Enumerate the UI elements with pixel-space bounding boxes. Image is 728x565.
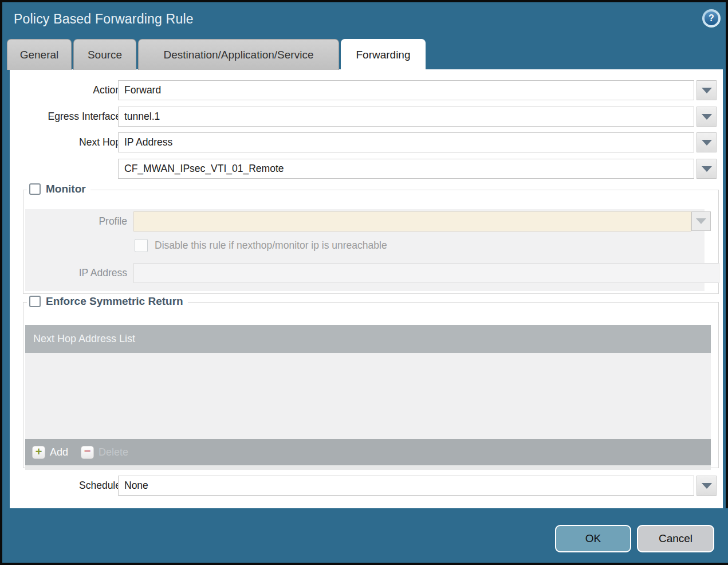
egress-interface-dropdown-button[interactable] [696,107,717,127]
dialog-footer: OK Cancel [5,508,728,563]
delete-button-label: Delete [99,446,128,458]
disable-rule-label: Disable this rule if nexthop/monitor ip … [155,239,387,252]
chevron-down-icon [702,114,712,120]
question-mark-glyph: ? [705,11,718,25]
dialog-title: Policy Based Forwarding Rule [14,11,194,27]
action-select[interactable] [118,80,694,100]
next-hop-address-dropdown-button[interactable] [696,159,717,179]
profile-dropdown-button [691,211,711,231]
action-label: Action [10,80,121,100]
pbf-rule-dialog: Policy Based Forwarding Rule ? General S… [0,0,728,565]
enforce-symmetric-return-section: Enforce Symmetric Return Next Hop Addres… [23,302,719,468]
next-hop-address-list-body[interactable] [25,353,711,439]
help-icon[interactable]: ? [702,9,721,28]
tab-destination-label: Destination/Application/Service [164,49,314,61]
schedule-dropdown-button[interactable] [696,476,717,496]
tab-general-label: General [20,49,59,61]
next-hop-address-list-header-label: Next Hop Address List [33,333,135,345]
dialog-frame: Policy Based Forwarding Rule ? General S… [2,2,726,563]
tab-source[interactable]: Source [73,39,136,70]
delete-button: − Delete [81,446,128,459]
enforce-symmetric-return-legend: Enforce Symmetric Return [27,295,188,308]
schedule-label: Schedule [10,476,121,496]
next-hop-type-select[interactable] [118,132,694,152]
add-button-label: Add [50,446,68,458]
schedule-select[interactable] [118,476,694,496]
enforce-symmetric-return-label: Enforce Symmetric Return [46,295,183,308]
chevron-down-icon [702,166,712,172]
monitor-section: Monitor Profile Disable this rule if nex… [23,190,719,294]
action-dropdown-button[interactable] [696,80,717,100]
next-hop-label: Next Hop [10,132,121,152]
next-hop-address-list-header: Next Hop Address List [25,325,711,353]
egress-interface-row: Egress Interface [10,107,723,127]
monitor-label: Monitor [46,183,86,195]
chevron-down-icon [696,218,706,224]
monitor-legend: Monitor [27,183,90,195]
tab-general[interactable]: General [7,39,72,70]
tab-source-label: Source [88,49,122,61]
tab-forwarding[interactable]: Forwarding [341,39,426,70]
ok-button[interactable]: OK [555,525,631,552]
next-hop-address-row [10,159,723,179]
tab-destination-application-service[interactable]: Destination/Application/Service [138,39,339,70]
tab-forwarding-label: Forwarding [356,49,410,61]
monitor-ip-address-label: IP Address [25,263,127,283]
monitor-checkbox[interactable] [29,183,41,195]
action-row: Action [10,80,723,100]
chevron-down-icon [702,483,712,489]
next-hop-type-dropdown-button[interactable] [696,132,717,152]
minus-icon: − [81,446,94,459]
egress-interface-label: Egress Interface [10,107,121,127]
next-hop-address-list-table: Next Hop Address List + Add − [25,325,711,465]
next-hop-row: Next Hop [10,132,723,152]
add-button[interactable]: + Add [32,446,68,459]
egress-interface-select[interactable] [118,107,694,127]
chevron-down-icon [702,88,712,93]
next-hop-address-list-toolbar: + Add − Delete [25,439,711,465]
monitor-panel: Profile Disable this rule if nexthop/mon… [25,209,705,291]
chevron-down-icon [702,140,712,146]
disable-rule-checkbox [135,239,148,252]
enforce-symmetric-return-checkbox[interactable] [29,296,41,307]
monitor-ip-address-input [133,263,719,283]
tab-panel-forwarding: Action Egress Interface Next Hop [10,69,723,508]
table-bottom-strip [25,465,711,470]
next-hop-address-select[interactable] [118,159,694,179]
schedule-row: Schedule [10,476,723,496]
profile-label: Profile [25,211,127,232]
profile-select [133,211,691,232]
plus-icon: + [32,446,45,459]
cancel-button[interactable]: Cancel [637,525,714,552]
